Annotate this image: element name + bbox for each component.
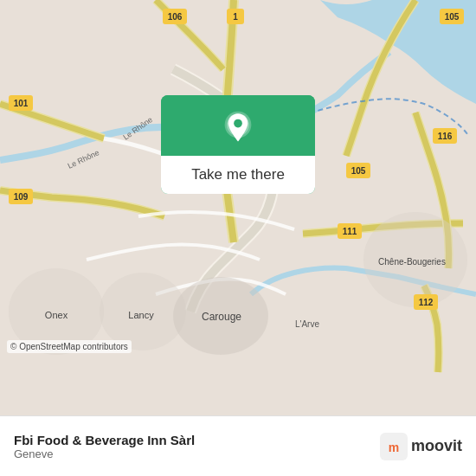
moovit-logo: m moovit [380,433,462,460]
place-info: Fbi Food & Beverage Inn Sàrl Geneve [14,433,195,460]
svg-text:116: 116 [438,132,453,141]
svg-text:112: 112 [419,298,434,307]
svg-text:m: m [389,441,399,454]
svg-text:109: 109 [14,192,29,202]
svg-text:106: 106 [168,12,183,22]
svg-text:111: 111 [343,227,357,236]
place-city: Geneve [14,447,195,460]
svg-text:105: 105 [351,166,366,176]
moovit-logo-icon: m [380,433,408,460]
button-label-area: Take me there [161,156,315,194]
take-me-there-button[interactable]: Take me there [161,95,315,194]
button-overlay: Take me there [161,95,315,194]
map-pin-icon [220,111,256,147]
svg-text:101: 101 [14,99,29,108]
svg-text:1: 1 [233,12,238,22]
button-icon-area [161,95,315,156]
svg-point-32 [234,119,242,128]
svg-text:Onex: Onex [45,310,68,320]
svg-rect-0 [0,0,476,415]
svg-text:Carouge: Carouge [202,311,241,323]
svg-text:L'Arve: L'Arve [295,319,319,329]
map-attribution: © OpenStreetMap contributors [7,340,132,353]
svg-text:105: 105 [445,12,460,22]
svg-text:Lancy: Lancy [128,310,154,320]
svg-text:Chêne-Bougeries: Chêne-Bougeries [378,257,446,267]
place-name: Fbi Food & Beverage Inn Sàrl [14,433,195,447]
map-view: Le Rhône Le Rhône 106 1 101 105 105 [0,0,476,415]
bottom-bar: Fbi Food & Beverage Inn Sàrl Geneve m mo… [0,415,476,476]
take-me-there-label: Take me there [191,166,285,183]
moovit-brand-text: moovit [411,437,462,455]
